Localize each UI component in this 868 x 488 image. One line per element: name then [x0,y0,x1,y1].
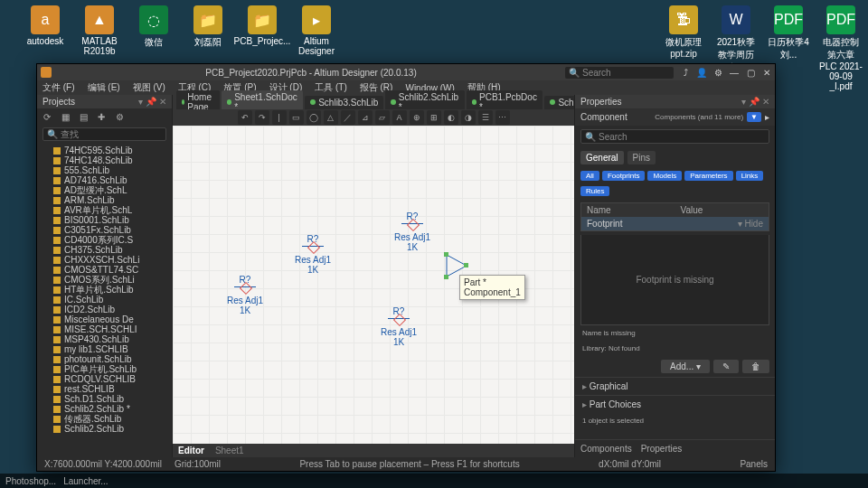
tool-icon-7[interactable]: ⊿ [358,110,373,125]
tool-icon-4[interactable]: ◯ [307,110,321,125]
tool-icon-9[interactable]: A [392,110,407,125]
tree-item[interactable]: CMOS&TTL74.SC [37,265,172,275]
tree-item[interactable]: photounit.SchLib [37,354,172,364]
tree-item[interactable]: my lib1.SCHLIB [37,344,172,354]
tree-item[interactable]: Sch.D1.SchLib [37,394,172,404]
global-search[interactable]: 🔍 Search [565,67,674,79]
windows-taskbar[interactable]: Photoshop... Launcher... [0,474,868,488]
schematic-canvas[interactable]: R?Res Adj11KR?Res Adj11KR?Res Adj11KR?Re… [173,126,574,444]
tree-item[interactable]: AD7416.SchLib [37,175,172,185]
pin-icon[interactable]: ▾ 📌 ✕ [138,97,166,107]
tree-item[interactable]: PIC单片机.SchLib [37,364,172,374]
tool-icon-14[interactable]: ☰ [478,110,493,125]
tree-item[interactable]: CH375.SchLib [37,245,172,255]
tree-item[interactable]: Schlib2.SchLib * [37,404,172,414]
pill-models[interactable]: Models [647,171,682,181]
menu-item[interactable]: 视图 (V) [133,81,165,94]
desktop-icon[interactable]: ▲MATLAB R2019b [78,5,121,56]
tree-item[interactable]: MSP430.SchLib [37,334,172,344]
close-button[interactable]: ✕ [762,68,771,77]
desktop-icon[interactable]: ◌微信 [132,5,175,56]
tool-icon-10[interactable]: ⊕ [410,110,424,125]
pill-footprints[interactable]: Footprints [602,171,646,181]
tab-sheet1[interactable]: Sheet1 [215,446,244,455]
projects-search[interactable]: 🔍 查找 [42,127,166,141]
tool-icon-1[interactable]: ↷ [255,110,269,125]
tree-item[interactable]: BIS0001.SchLib [37,215,172,225]
menu-item[interactable]: 工具 (T) [315,81,347,94]
tree-item[interactable]: MISE.SCH.SCHLI [37,324,172,334]
taskbar-item[interactable]: Launcher... [63,476,108,486]
schematic-component[interactable]: R?Res Adj11K [295,234,331,275]
desktop-icon[interactable]: PDF电器控制第六章PLC 2021-09-09 _I.pdf [819,5,863,91]
schematic-component[interactable]: R?Res Adj11K [381,306,417,347]
settings-icon[interactable]: ⚙ [713,68,722,77]
tree-item[interactable]: CMOS系列.SchLi [37,275,172,285]
tree-item[interactable]: ICD2.SchLib [37,305,172,314]
section-part-choices[interactable]: Part Choices [575,395,775,413]
share-icon[interactable]: ⤴ [681,68,690,77]
footer-properties[interactable]: Properties [641,444,683,454]
filter-button[interactable]: ▼ [747,112,761,122]
hide-label[interactable]: Hide [744,219,763,229]
tool-icon-6[interactable]: ／ [341,110,355,125]
tool-icon-12[interactable]: ◐ [444,110,458,125]
tree-item[interactable]: ARM.SchLib [37,195,172,205]
user-icon[interactable]: 👤 [697,68,706,77]
edit-button[interactable]: ✎ [713,360,739,373]
collapse-icon[interactable]: ▤ [77,110,90,123]
tree-item[interactable]: Schlib2.SchLib [37,424,172,434]
pill-links[interactable]: Links [736,171,764,181]
maximize-button[interactable]: ▢ [746,68,755,77]
tree-item[interactable]: CHXXXSCH.SchLi [37,255,172,265]
settings-sm-icon[interactable]: ⚙ [113,110,126,123]
tab-general[interactable]: General [580,151,624,164]
row-footprint[interactable]: Footprint [581,217,675,230]
desktop-icon[interactable]: 📁刘磊阳 [186,5,230,56]
section-graphical[interactable]: Graphical [575,377,775,395]
refresh-icon[interactable]: ⟳ [41,110,53,123]
tool-icon-0[interactable]: ↶ [238,110,252,125]
desktop-icon[interactable]: aautodesk [24,5,67,56]
pill-rules[interactable]: Rules [580,186,609,196]
tool-icon-2[interactable]: | [272,110,287,125]
tree-item[interactable]: 555.SchLib [37,165,172,175]
desktop-icon[interactable]: ▸Altium Designer [295,5,338,56]
tool-icon-11[interactable]: ⊞ [427,110,441,125]
menu-item[interactable]: 编辑 (E) [88,81,120,94]
schematic-component[interactable]: R?Res Adj11K [227,275,263,315]
document-tab[interactable]: Schlib3.SchLib [305,96,383,109]
tool-icon-3[interactable]: ▭ [289,110,304,125]
tree-item[interactable]: IC.SchLib [37,295,172,305]
tree-item[interactable]: HT单片机.SchLib [37,285,172,295]
tree-item[interactable]: Miscelaneous De [37,314,172,324]
tree-item[interactable]: rest.SCHLIB [37,384,172,394]
add-icon[interactable]: ✚ [95,110,108,123]
properties-search[interactable]: 🔍 Search [580,129,769,144]
menu-item[interactable]: 文件 (F) [42,81,75,94]
panels-button[interactable]: Panels [740,459,768,469]
taskbar-item[interactable]: Photoshop... [5,476,56,486]
tree-item[interactable]: 传感器.SchLib [37,414,172,424]
add-button[interactable]: Add... ▾ [661,360,710,373]
tool-icon-5[interactable]: △ [324,110,338,125]
pin-icon[interactable]: ▾ 📌 ✕ [741,97,769,107]
footer-components[interactable]: Components [580,444,632,454]
tree-item[interactable]: AVR单片机.SchL [37,205,172,215]
delete-button[interactable]: 🗑 [742,360,769,373]
dropdown-icon[interactable]: ▾ [738,219,742,229]
tool-icon-15[interactable]: ⋯ [495,110,510,125]
pill-all[interactable]: All [580,171,599,181]
pill-parameters[interactable]: Parameters [684,171,732,181]
tab-editor[interactable]: Editor [178,446,204,455]
tab-pins[interactable]: Pins [627,151,656,164]
tree-item[interactable]: RCDQLV.SCHLIB [37,374,172,384]
minimize-button[interactable]: — [730,68,739,77]
expand-icon[interactable]: ▦ [59,110,71,123]
tool-icon-8[interactable]: ▱ [375,110,390,125]
expand-icon[interactable]: ▸ [765,112,769,122]
tree-item[interactable]: AD型缓冲.SchL [37,185,172,195]
schematic-component[interactable]: R?Res Adj11K [394,211,430,252]
tool-icon-13[interactable]: ◑ [461,110,476,125]
desktop-icon[interactable]: 📁PCB_Projec... [241,5,284,56]
